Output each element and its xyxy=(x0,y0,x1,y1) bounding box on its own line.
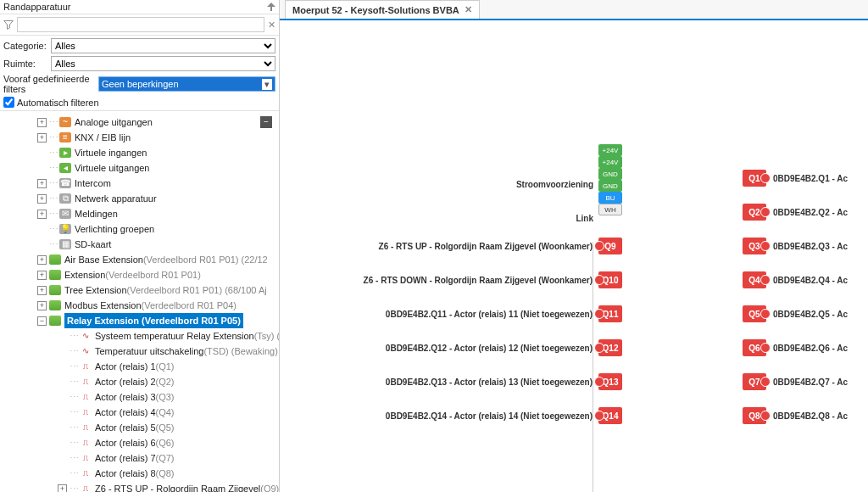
tree-item[interactable]: ⋯⎍Actor (relais) 7 (Q7) xyxy=(2,450,277,466)
tree-twisty-icon[interactable]: + xyxy=(37,118,47,127)
tree-node-icon: ◂ xyxy=(59,163,71,173)
tree-item[interactable]: ⋯⎍Actor (relais) 3 (Q3) xyxy=(2,389,277,405)
tree-item[interactable]: ⋯⎍Actor (relais) 2 (Q2) xyxy=(2,374,277,389)
tree-item[interactable]: ⋯⎍Actor (relais) 8 (Q8) xyxy=(2,466,277,481)
clear-search-icon[interactable]: ✕ xyxy=(268,20,275,31)
tree-item[interactable]: +⋯☎Intercom xyxy=(2,176,277,191)
tree-twisty-icon[interactable]: + xyxy=(37,301,47,310)
port-label: 0BD9E4B2.Q4 - Ac xyxy=(773,276,848,285)
tree-item[interactable]: +Extension (Verdeelbord R01 P01) xyxy=(2,267,277,282)
tree-item[interactable]: ⋯⎍Actor (relais) 5 (Q5) xyxy=(2,420,277,435)
terminal[interactable]: BU xyxy=(598,192,622,204)
auto-filter-checkbox[interactable] xyxy=(3,97,14,108)
tree-item[interactable]: ⋯∿Temperatuur uitschakeling (TSD) (Bewak… xyxy=(2,344,277,359)
tree-node-label: Actor (relais) 1 xyxy=(95,359,156,374)
close-tab-icon[interactable]: ✕ xyxy=(465,4,472,15)
tree-twisty-icon[interactable]: + xyxy=(37,179,47,188)
room-select[interactable]: Alles xyxy=(51,56,275,71)
relay-port[interactable]: Q10 xyxy=(598,271,622,288)
terminal[interactable]: +24V xyxy=(598,156,622,168)
tree-twisty-icon[interactable]: + xyxy=(37,271,47,280)
tree-node-label: Actor (relais) 6 xyxy=(95,435,156,450)
predef-label: Vooraf gedefinieerde filters xyxy=(3,74,98,94)
relay-port[interactable]: Q3 xyxy=(743,238,766,254)
terminal[interactable]: WH xyxy=(598,204,622,215)
tree-node-label: Temperatuur uitschakeling xyxy=(95,344,203,359)
tree-twisty-icon xyxy=(58,423,67,433)
tree-node-icon: ⧉ xyxy=(59,193,71,204)
relay-port[interactable]: Q11 xyxy=(598,305,622,322)
terminal[interactable]: GND xyxy=(598,168,622,180)
relay-port[interactable]: Q5 xyxy=(743,305,766,322)
tree-twisty-icon xyxy=(37,164,47,173)
tree-twisty-icon[interactable]: + xyxy=(37,286,47,295)
tree-node-meta: (Verdeelbord R01 P04) xyxy=(142,298,237,313)
tree-item[interactable]: +⋯⎍Z6 - RTS UP - Rolgordijn Raam Zijgeve… xyxy=(2,481,277,492)
tree-node-icon: ⎍ xyxy=(80,392,92,402)
collapse-all-button[interactable]: − xyxy=(260,116,272,128)
relay-port[interactable]: Q12 xyxy=(598,339,622,356)
category-label: Categorie: xyxy=(3,41,51,51)
tree-item[interactable]: ⋯◂Virtuele uitgangen xyxy=(2,160,277,176)
tree-node-icon xyxy=(49,316,61,326)
tree-item[interactable]: ⋯▸Virtuele ingangen xyxy=(2,145,277,160)
tree-item[interactable]: +Air Base Extension (Verdeelbord R01 P01… xyxy=(2,252,277,267)
funnel-icon xyxy=(3,20,14,30)
tree-item[interactable]: +⋯⧉Netwerk apparatuur xyxy=(2,191,277,206)
tree-item[interactable]: ⋯💡Verlichting groepen xyxy=(2,221,277,237)
terminal[interactable]: +24V xyxy=(598,144,622,156)
tree[interactable]: − +⋯~Analoge uitgangen+⋯≡KNX / EIB lijn⋯… xyxy=(0,111,279,492)
category-select[interactable]: Alles xyxy=(51,38,275,53)
tree-item[interactable]: ⋯⎍Actor (relais) 1 (Q1) xyxy=(2,359,277,374)
tree-item[interactable]: ⋯⎍Actor (relais) 4 (Q4) xyxy=(2,405,277,420)
relay-port[interactable]: Q8 xyxy=(743,407,766,424)
relay-port[interactable]: Q2 xyxy=(743,204,766,221)
tree-node-label: Extension xyxy=(64,267,105,282)
tree-twisty-icon[interactable]: − xyxy=(37,316,47,326)
port-label: 0BD9E4B2.Q1 - Ac xyxy=(773,174,848,183)
tree-item[interactable]: +Modbus Extension (Verdeelbord R01 P04) xyxy=(2,298,277,313)
predef-filter-select[interactable]: Geen beperkingen xyxy=(98,76,275,92)
search-input[interactable] xyxy=(17,17,264,32)
tree-item[interactable]: +⋯~Analoge uitgangen xyxy=(2,115,277,130)
tree-node-label: Z6 - RTS UP - Rolgordijn Raam Zijgevel xyxy=(95,481,260,492)
tree-node-label: Actor (relais) 2 xyxy=(95,374,156,389)
tree-twisty-icon[interactable]: + xyxy=(58,484,67,493)
tree-item[interactable]: ⋯∿Systeem temperatuur Relay Extension (T… xyxy=(2,328,277,344)
tree-item[interactable]: −Relay Extension (Verdeelbord R01 P05) xyxy=(2,313,277,328)
relay-port[interactable]: Q13 xyxy=(598,373,622,390)
tree-node-icon: ⎍ xyxy=(80,453,92,463)
tree-node-icon: ⎍ xyxy=(80,438,92,448)
tree-node-label: Actor (relais) 7 xyxy=(95,450,156,466)
port-label: 0BD9E4B2.Q6 - Ac xyxy=(773,344,848,353)
tree-item[interactable]: +⋯✉Meldingen xyxy=(2,206,277,221)
tree-node-icon: ▸ xyxy=(59,148,71,158)
tree-twisty-icon xyxy=(58,362,67,372)
relay-port[interactable]: Q7 xyxy=(743,373,766,390)
tree-node-label: Actor (relais) 3 xyxy=(95,389,156,405)
tree-node-label: Intercom xyxy=(75,176,111,191)
pin-icon[interactable] xyxy=(267,3,275,11)
tree-twisty-icon[interactable]: + xyxy=(37,194,47,204)
tree-item[interactable]: ⋯⎍Actor (relais) 6 (Q6) xyxy=(2,435,277,450)
tree-node-meta: (Tsy) (B xyxy=(254,328,279,344)
document-tab[interactable]: Moerput 52 - Keysoft-Solutions BVBA ✕ xyxy=(285,0,480,19)
terminal[interactable]: GND xyxy=(598,180,622,192)
tree-node-label: Virtuele ingangen xyxy=(75,145,147,160)
relay-port[interactable]: Q14 xyxy=(598,407,622,424)
main-area: Moerput 52 - Keysoft-Solutions BVBA ✕ Re… xyxy=(280,0,868,492)
tree-item[interactable]: +Tree Extension (Verdeelbord R01 P01) (6… xyxy=(2,282,277,298)
tree-node-icon xyxy=(49,270,61,280)
tree-twisty-icon[interactable]: + xyxy=(37,133,47,143)
tree-node-label: Systeem temperatuur Relay Extension xyxy=(95,328,254,344)
tree-item[interactable]: +⋯≡KNX / EIB lijn xyxy=(2,130,277,145)
tree-item[interactable]: ⋯▦SD-kaart xyxy=(2,237,277,252)
relay-port[interactable]: Q6 xyxy=(743,339,766,356)
tree-twisty-icon[interactable]: + xyxy=(37,210,47,219)
tree-node-label: Verlichting groepen xyxy=(75,221,154,237)
tree-twisty-icon[interactable]: + xyxy=(37,255,47,265)
relay-port[interactable]: Q4 xyxy=(743,271,766,288)
relay-port[interactable]: Q1 xyxy=(743,170,766,187)
canvas[interactable]: Relay Extension StroomvoorzieningLink+24… xyxy=(280,20,868,492)
relay-port[interactable]: Q9 xyxy=(598,238,622,254)
